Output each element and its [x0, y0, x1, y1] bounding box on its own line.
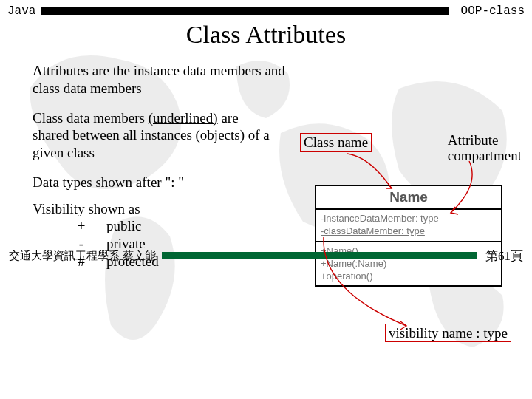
footer-left: 交通大學資訊工程學系 蔡文能: [9, 249, 156, 263]
footer-page-number: 第61頁: [485, 248, 523, 265]
top-rule: [41, 7, 449, 15]
top-right-label: OOP-class: [461, 4, 525, 18]
arrow-classname: [325, 148, 406, 200]
vis-lbl: public: [106, 217, 142, 235]
top-left-label: Java: [7, 4, 35, 18]
arrow-visibility: [318, 231, 429, 335]
para-attributes-def: Attributes are the instance data members…: [33, 62, 299, 98]
page-title: Class Attributes: [0, 21, 532, 49]
top-bar: Java OOP-class: [0, 0, 532, 18]
para-class-members: Class data members (underlined) are shar…: [33, 109, 276, 162]
para2-underlined: (underlined): [149, 110, 218, 126]
footer-bar: 交通大學資訊工程學系 蔡文能 第61頁: [0, 248, 532, 265]
arrow-attrcomp: [443, 155, 502, 222]
vis-sym: +: [74, 217, 89, 235]
para2-a: Class data members: [33, 110, 149, 126]
